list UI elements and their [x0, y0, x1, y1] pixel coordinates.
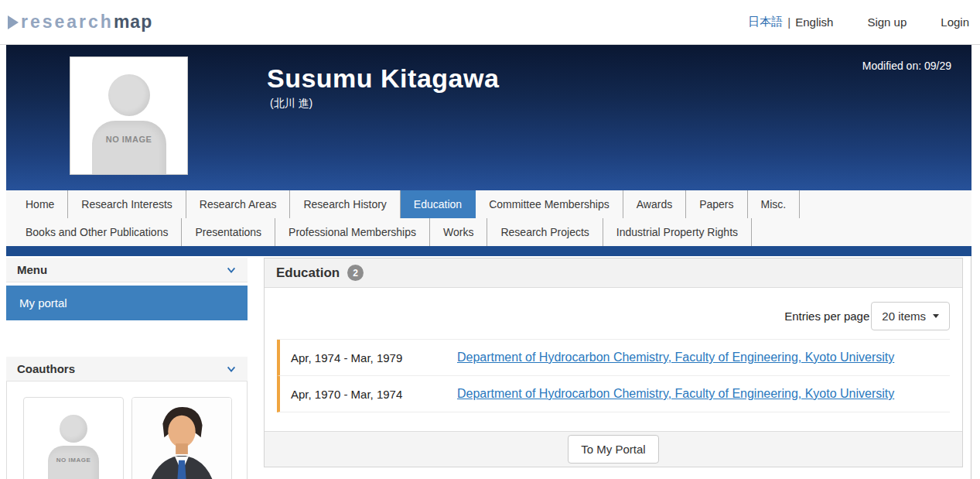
profile-name: Susumu Kitagawa [267, 63, 499, 94]
language-link-japanese[interactable]: 日本語 [748, 15, 783, 29]
logo-text-map: map [114, 12, 152, 33]
entries-per-page-control: Entries per page 20 items [277, 302, 950, 330]
education-entries-list: Apr, 1974 - Mar, 1979 Department of Hydr… [277, 339, 950, 412]
to-my-portal-button[interactable]: To My Portal [568, 435, 658, 464]
entry-period: Apr, 1974 - Mar, 1979 [291, 351, 457, 364]
tab-row-1: Home Research Interests Research Areas R… [6, 190, 971, 218]
tab-industrial-property-rights[interactable]: Industrial Property Rights [603, 218, 752, 246]
tab-misc[interactable]: Misc. [748, 190, 801, 218]
language-link-english[interactable]: English [795, 15, 833, 29]
signup-link[interactable]: Sign up [867, 15, 907, 29]
tab-home[interactable]: Home [12, 190, 68, 218]
profile-name-kanji: (北川 進) [270, 97, 499, 111]
chevron-down-icon [226, 364, 237, 375]
education-entry-row: Apr, 1970 - Mar, 1974 Department of Hydr… [277, 376, 950, 412]
entry-link[interactable]: Department of Hydrocarbon Chemistry, Fac… [457, 387, 894, 401]
coauthors-title: Coauthors [17, 362, 75, 375]
tab-professional-memberships[interactable]: Professional Memberships [275, 218, 430, 246]
profile-banner: Modified on: 09/29 NO IMAGE Susumu Kitag… [6, 45, 971, 190]
tab-research-history[interactable]: Research History [290, 190, 400, 218]
silhouette-head-icon [108, 74, 150, 116]
no-image-label: NO IMAGE [106, 135, 152, 144]
sidebar-coauthors-header[interactable]: Coauthors [6, 357, 248, 381]
no-image-silhouette: NO IMAGE [24, 398, 123, 479]
silhouette-head-icon [60, 415, 87, 443]
coauthors-panel: NO IMAGE [6, 381, 248, 479]
sidebar-spacer [6, 320, 248, 357]
education-card-footer: To My Portal [265, 431, 962, 467]
main-column: Education 2 Entries per page 20 items Ap… [264, 258, 963, 479]
no-image-silhouette: NO IMAGE [70, 57, 187, 174]
tab-research-interests[interactable]: Research Interests [68, 190, 186, 218]
tab-research-projects[interactable]: Research Projects [487, 218, 603, 246]
education-card-body: Entries per page 20 items Apr, 1974 - Ma… [265, 288, 962, 431]
caret-down-icon [933, 314, 939, 318]
modified-date: Modified on: 09/29 [862, 60, 951, 72]
entries-per-page-label: Entries per page [784, 310, 869, 323]
menu-title: Menu [17, 263, 47, 276]
sidebar: Menu My portal Coauthors NO IMAGE [6, 256, 248, 479]
content-area: Menu My portal Coauthors NO IMAGE [6, 256, 971, 479]
count-badge: 2 [347, 265, 364, 281]
login-link[interactable]: Login [941, 15, 969, 29]
entry-link[interactable]: Department of Hydrocarbon Chemistry, Fac… [457, 351, 894, 364]
chevron-down-icon [226, 265, 237, 275]
education-entry-row: Apr, 1974 - Mar, 1979 Department of Hydr… [277, 340, 950, 376]
top-header: research map 日本語 | English Sign up Login [0, 0, 980, 45]
silhouette-body-icon [92, 121, 166, 174]
logo-text-research: research [21, 12, 114, 33]
coauthor-portrait-image [132, 398, 231, 479]
entry-period: Apr, 1970 - Mar, 1974 [291, 388, 457, 401]
no-image-label: NO IMAGE [56, 457, 90, 464]
sidebar-item-my-portal[interactable]: My portal [6, 286, 248, 320]
researchmap-logo[interactable]: research map [8, 12, 152, 33]
tab-papers[interactable]: Papers [686, 190, 747, 218]
coauthor-card-no-image[interactable]: NO IMAGE [23, 397, 124, 479]
tab-row-2: Books and Other Publications Presentatio… [6, 218, 971, 246]
profile-photo-placeholder: NO IMAGE [70, 56, 188, 175]
tab-awards[interactable]: Awards [623, 190, 686, 218]
education-card: Education 2 Entries per page 20 items Ap… [264, 258, 963, 467]
tab-presentations[interactable]: Presentations [182, 218, 275, 246]
sidebar-menu-header[interactable]: Menu [6, 258, 248, 282]
language-separator: | [787, 15, 790, 29]
profile-name-block: Susumu Kitagawa (北川 進) [267, 63, 499, 111]
header-links: 日本語 | English Sign up Login [748, 15, 969, 29]
section-title: Education [276, 265, 340, 281]
education-card-header: Education 2 [265, 258, 962, 288]
coauthor-card-photo[interactable] [131, 397, 232, 479]
tab-research-areas[interactable]: Research Areas [186, 190, 291, 218]
entries-per-page-dropdown[interactable]: 20 items [871, 302, 950, 330]
entries-per-page-value: 20 items [882, 310, 926, 323]
tab-books-and-other-publications[interactable]: Books and Other Publications [12, 218, 182, 246]
tab-committee-memberships[interactable]: Committee Memberships [476, 190, 623, 218]
tab-works[interactable]: Works [430, 218, 487, 246]
blue-divider-bar [6, 246, 971, 256]
logo-triangle-icon [8, 15, 19, 29]
tab-education[interactable]: Education [401, 190, 476, 218]
page-container: Modified on: 09/29 NO IMAGE Susumu Kitag… [6, 45, 971, 479]
